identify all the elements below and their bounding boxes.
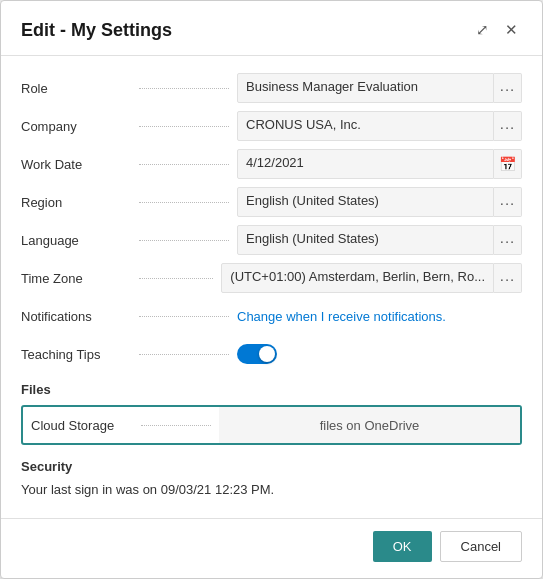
three-dots-icon: ··· bbox=[500, 118, 516, 135]
three-dots-icon: ··· bbox=[500, 194, 516, 211]
calendar-icon: 📅 bbox=[499, 156, 516, 172]
timezone-value-container: (UTC+01:00) Amsterdam, Berlin, Bern, Ro.… bbox=[221, 263, 522, 293]
dialog-body: Role Business Manager Evaluation ··· Com… bbox=[1, 56, 542, 518]
expand-button[interactable]: ⤢ bbox=[472, 17, 493, 43]
role-value-container: Business Manager Evaluation ··· bbox=[237, 73, 522, 103]
region-row: Region English (United States) ··· bbox=[21, 186, 522, 218]
dialog-header: Edit - My Settings ⤢ ✕ bbox=[1, 1, 542, 56]
three-dots-icon: ··· bbox=[500, 270, 516, 287]
language-label: Language bbox=[21, 233, 131, 248]
language-dots bbox=[139, 240, 229, 241]
timezone-lookup-button[interactable]: ··· bbox=[494, 263, 522, 293]
expand-icon: ⤢ bbox=[476, 21, 489, 39]
role-row: Role Business Manager Evaluation ··· bbox=[21, 72, 522, 104]
cloud-storage-label: Cloud Storage bbox=[23, 418, 133, 433]
security-section-header: Security bbox=[21, 459, 522, 474]
notifications-dots bbox=[139, 316, 229, 317]
language-input[interactable]: English (United States) bbox=[237, 225, 494, 255]
dialog-title: Edit - My Settings bbox=[21, 20, 172, 41]
cloud-storage-dots bbox=[141, 425, 211, 426]
edit-my-settings-dialog: Edit - My Settings ⤢ ✕ Role Business Man… bbox=[0, 0, 543, 579]
timezone-input[interactable]: (UTC+01:00) Amsterdam, Berlin, Bern, Ro.… bbox=[221, 263, 494, 293]
region-dots bbox=[139, 202, 229, 203]
work-date-label: Work Date bbox=[21, 157, 131, 172]
company-input[interactable]: CRONUS USA, Inc. bbox=[237, 111, 494, 141]
three-dots-icon: ··· bbox=[500, 232, 516, 249]
teaching-tips-row: Teaching Tips bbox=[21, 338, 522, 370]
teaching-tips-label: Teaching Tips bbox=[21, 347, 131, 362]
close-button[interactable]: ✕ bbox=[501, 17, 522, 43]
toggle-track bbox=[237, 344, 277, 364]
timezone-row: Time Zone (UTC+01:00) Amsterdam, Berlin,… bbox=[21, 262, 522, 294]
work-date-dots bbox=[139, 164, 229, 165]
teaching-tips-dots bbox=[139, 354, 229, 355]
three-dots-icon: ··· bbox=[500, 80, 516, 97]
security-section: Security Your last sign in was on 09/03/… bbox=[21, 459, 522, 497]
timezone-dots bbox=[139, 278, 213, 279]
files-section-header: Files bbox=[21, 382, 522, 397]
role-dots bbox=[139, 88, 229, 89]
work-date-value-container: 4/12/2021 📅 bbox=[237, 149, 522, 179]
work-date-input[interactable]: 4/12/2021 bbox=[237, 149, 494, 179]
region-label: Region bbox=[21, 195, 131, 210]
notifications-value-container: Change when I receive notifications. bbox=[237, 309, 522, 324]
language-value-container: English (United States) ··· bbox=[237, 225, 522, 255]
company-dots bbox=[139, 126, 229, 127]
role-label: Role bbox=[21, 81, 131, 96]
work-date-calendar-button[interactable]: 📅 bbox=[494, 149, 522, 179]
work-date-row: Work Date 4/12/2021 📅 bbox=[21, 148, 522, 180]
notifications-link[interactable]: Change when I receive notifications. bbox=[237, 309, 446, 324]
region-lookup-button[interactable]: ··· bbox=[494, 187, 522, 217]
dialog-footer: OK Cancel bbox=[1, 518, 542, 578]
security-text: Your last sign in was on 09/03/21 12:23 … bbox=[21, 482, 522, 497]
teaching-tips-toggle[interactable] bbox=[237, 344, 277, 364]
language-lookup-button[interactable]: ··· bbox=[494, 225, 522, 255]
notifications-row: Notifications Change when I receive noti… bbox=[21, 300, 522, 332]
language-row: Language English (United States) ··· bbox=[21, 224, 522, 256]
company-label: Company bbox=[21, 119, 131, 134]
toggle-thumb bbox=[259, 346, 275, 362]
company-row: Company CRONUS USA, Inc. ··· bbox=[21, 110, 522, 142]
close-icon: ✕ bbox=[505, 21, 518, 39]
notifications-label: Notifications bbox=[21, 309, 131, 324]
cloud-storage-row: Cloud Storage files on OneDrive bbox=[21, 405, 522, 445]
timezone-label: Time Zone bbox=[21, 271, 131, 286]
region-input[interactable]: English (United States) bbox=[237, 187, 494, 217]
role-input[interactable]: Business Manager Evaluation bbox=[237, 73, 494, 103]
header-actions: ⤢ ✕ bbox=[472, 17, 522, 43]
ok-button[interactable]: OK bbox=[373, 531, 432, 562]
teaching-tips-toggle-wrapper bbox=[237, 344, 277, 364]
company-value-container: CRONUS USA, Inc. ··· bbox=[237, 111, 522, 141]
cloud-storage-value[interactable]: files on OneDrive bbox=[219, 407, 520, 443]
region-value-container: English (United States) ··· bbox=[237, 187, 522, 217]
role-lookup-button[interactable]: ··· bbox=[494, 73, 522, 103]
company-lookup-button[interactable]: ··· bbox=[494, 111, 522, 141]
cancel-button[interactable]: Cancel bbox=[440, 531, 522, 562]
